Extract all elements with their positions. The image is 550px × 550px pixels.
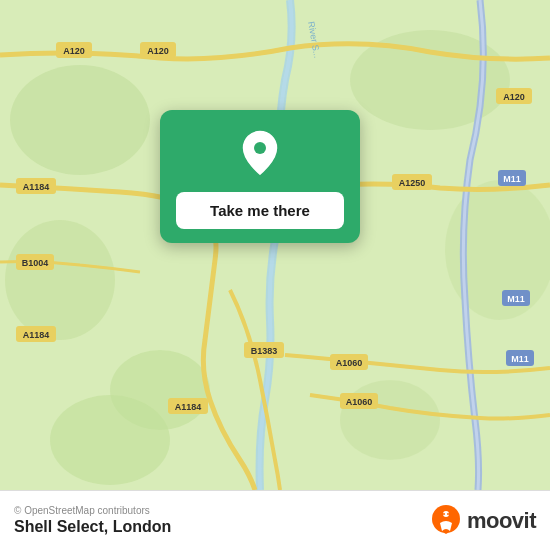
svg-text:A120: A120: [147, 46, 169, 56]
osm-attribution: © OpenStreetMap contributors: [14, 505, 171, 516]
svg-text:B1383: B1383: [251, 346, 278, 356]
svg-point-41: [447, 513, 449, 515]
svg-text:M11: M11: [507, 294, 525, 304]
svg-text:A1060: A1060: [346, 397, 373, 407]
svg-text:A1184: A1184: [175, 402, 202, 412]
svg-point-7: [340, 380, 440, 460]
svg-text:A1250: A1250: [399, 178, 426, 188]
svg-point-1: [10, 65, 150, 175]
location-pin-icon: [238, 128, 282, 182]
location-title: Shell Select, London: [14, 518, 171, 536]
svg-text:A1184: A1184: [23, 330, 50, 340]
svg-point-37: [254, 142, 266, 154]
bottom-bar: © OpenStreetMap contributors Shell Selec…: [0, 490, 550, 550]
svg-text:A1060: A1060: [336, 358, 363, 368]
svg-point-2: [5, 220, 115, 340]
svg-text:B1004: B1004: [22, 258, 49, 268]
svg-text:M11: M11: [511, 354, 529, 364]
map-container: A120 A120 A120 A1184 A1184 A1184 B1004 B…: [0, 0, 550, 490]
take-me-there-button[interactable]: Take me there: [176, 192, 344, 229]
moovit-logo: moovit: [430, 505, 536, 537]
svg-text:M11: M11: [503, 174, 521, 184]
svg-text:A120: A120: [503, 92, 525, 102]
moovit-brand-text: moovit: [467, 508, 536, 534]
svg-text:A1184: A1184: [23, 182, 50, 192]
moovit-icon: [430, 505, 462, 537]
svg-point-40: [443, 513, 445, 515]
popup-card: Take me there: [160, 110, 360, 243]
svg-point-6: [50, 395, 170, 485]
svg-text:A120: A120: [63, 46, 85, 56]
location-info: © OpenStreetMap contributors Shell Selec…: [14, 505, 171, 536]
